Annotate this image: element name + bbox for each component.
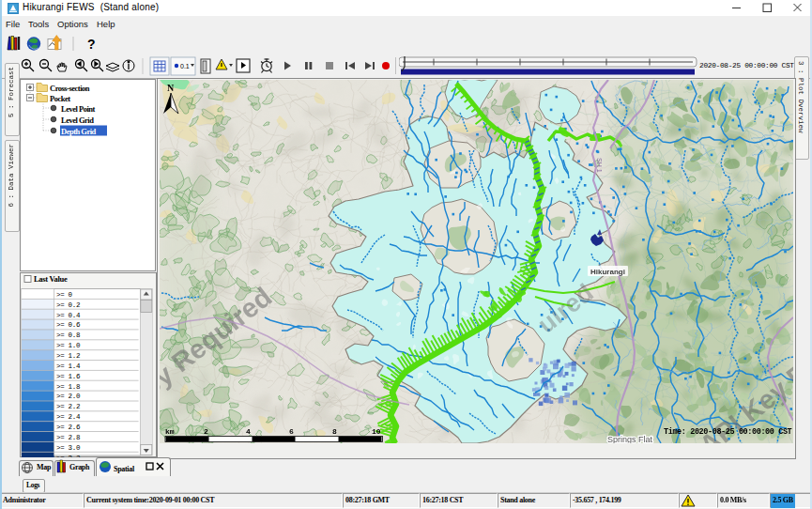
svg-text:?: ? [87,37,96,52]
svg-text:8: 8 [332,427,337,436]
svg-text:>= 0.6: >= 0.6 [56,321,81,329]
svg-text:>= 1.6: >= 1.6 [56,373,81,380]
svg-text:>= 2.8: >= 2.8 [56,434,80,441]
svg-text:SH 1: SH 1 [596,158,603,173]
svg-text:>= 2.4: >= 2.4 [56,413,81,421]
svg-text:>= 2.0: >= 2.0 [56,393,81,400]
svg-text:Hikurangi: Hikurangi [590,268,625,276]
svg-text:Time: 2020-08-25 00:00:00 CST: Time: 2020-08-25 00:00:00 CST [664,427,792,437]
svg-text:6: 6 [289,427,294,436]
svg-text:>= 0.2: >= 0.2 [56,301,80,309]
svg-text:>= 1.2: >= 1.2 [56,352,80,360]
svg-text:>= 1.0: >= 1.0 [56,342,81,349]
svg-text:2020-08-25 00:00:00 CST: 2020-08-25 00:00:00 CST [699,62,794,69]
svg-text:0.1: 0.1 [180,63,190,69]
svg-text:N: N [167,83,175,93]
svg-text:>= 1.8: >= 1.8 [56,383,80,391]
svg-text:>= 2.6: >= 2.6 [56,424,81,431]
svg-text:>= 0.4: >= 0.4 [56,312,81,319]
svg-text:>= 3.0: >= 3.0 [56,444,81,452]
svg-text:>= 2.2: >= 2.2 [56,403,80,410]
svg-text:>= 0.8: >= 0.8 [56,332,80,339]
svg-text:10: 10 [372,427,381,436]
svg-text:Springs Flat: Springs Flat [607,435,653,443]
svg-text:2: 2 [204,427,208,436]
svg-text:km: km [165,427,175,436]
svg-text:>= 1.4: >= 1.4 [56,362,81,370]
svg-text:4: 4 [246,427,251,436]
svg-text:>= 0: >= 0 [56,291,73,299]
